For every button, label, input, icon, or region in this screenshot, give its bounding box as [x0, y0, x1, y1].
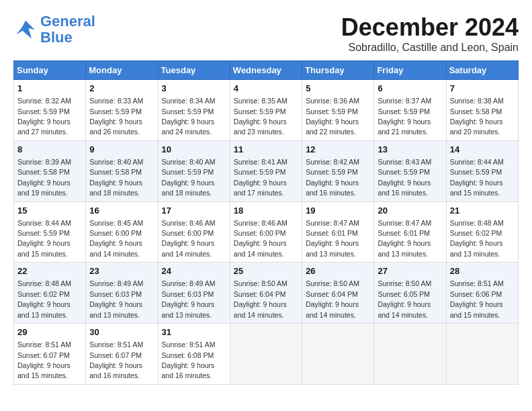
day-number: 18	[234, 205, 298, 217]
calendar-cell: 12 Sunrise: 8:42 AMSunset: 5:59 PMDaylig…	[302, 140, 374, 201]
calendar-cell: 7 Sunrise: 8:38 AMSunset: 5:58 PMDayligh…	[446, 80, 518, 141]
day-number: 28	[450, 265, 515, 277]
calendar-cell: 20 Sunrise: 8:47 AMSunset: 6:01 PMDaylig…	[374, 201, 446, 263]
day-number: 27	[378, 265, 442, 277]
day-info: Sunrise: 8:51 AMSunset: 6:08 PMDaylight:…	[162, 340, 216, 379]
day-info: Sunrise: 8:48 AMSunset: 6:02 PMDaylight:…	[450, 219, 504, 258]
day-info: Sunrise: 8:33 AMSunset: 5:59 PMDaylight:…	[89, 97, 143, 136]
calendar-cell: 5 Sunrise: 8:36 AMSunset: 5:59 PMDayligh…	[302, 80, 374, 141]
calendar-cell: 2 Sunrise: 8:33 AMSunset: 5:59 PMDayligh…	[86, 80, 158, 141]
day-number: 12	[306, 144, 370, 156]
calendar-header-thursday: Thursday	[302, 61, 374, 80]
calendar-cell: 18 Sunrise: 8:46 AMSunset: 6:00 PMDaylig…	[230, 201, 302, 263]
calendar-cell: 10 Sunrise: 8:40 AMSunset: 5:59 PMDaylig…	[158, 140, 230, 201]
day-info: Sunrise: 8:50 AMSunset: 6:04 PMDaylight:…	[306, 279, 359, 318]
calendar-cell: 13 Sunrise: 8:43 AMSunset: 5:59 PMDaylig…	[374, 140, 446, 201]
day-number: 30	[89, 326, 154, 338]
day-info: Sunrise: 8:38 AMSunset: 5:58 PMDaylight:…	[450, 97, 504, 136]
day-info: Sunrise: 8:32 AMSunset: 5:59 PMDaylight:…	[17, 97, 71, 136]
day-info: Sunrise: 8:36 AMSunset: 5:59 PMDaylight:…	[306, 97, 359, 136]
calendar-cell: 29 Sunrise: 8:51 AMSunset: 6:07 PMDaylig…	[14, 324, 86, 385]
day-number: 23	[89, 265, 154, 277]
calendar-cell: 8 Sunrise: 8:39 AMSunset: 5:58 PMDayligh…	[14, 140, 86, 201]
calendar-cell	[374, 324, 446, 385]
calendar-cell: 30 Sunrise: 8:51 AMSunset: 6:07 PMDaylig…	[86, 324, 158, 385]
calendar-cell: 27 Sunrise: 8:50 AMSunset: 6:05 PMDaylig…	[374, 263, 446, 324]
calendar-cell: 1 Sunrise: 8:32 AMSunset: 5:59 PMDayligh…	[14, 80, 86, 141]
day-info: Sunrise: 8:42 AMSunset: 5:59 PMDaylight:…	[306, 158, 359, 197]
calendar-week-row: 29 Sunrise: 8:51 AMSunset: 6:07 PMDaylig…	[14, 324, 519, 385]
calendar-cell: 6 Sunrise: 8:37 AMSunset: 5:59 PMDayligh…	[374, 80, 446, 141]
calendar-header-sunday: Sunday	[14, 61, 86, 80]
day-number: 1	[17, 83, 82, 95]
calendar-cell: 14 Sunrise: 8:44 AMSunset: 5:59 PMDaylig…	[446, 140, 518, 201]
day-info: Sunrise: 8:49 AMSunset: 6:03 PMDaylight:…	[162, 279, 216, 318]
logo-text: GeneralBlue	[40, 13, 95, 46]
calendar-cell	[230, 324, 302, 385]
calendar-cell: 17 Sunrise: 8:46 AMSunset: 6:00 PMDaylig…	[158, 201, 230, 263]
calendar-header-wednesday: Wednesday	[230, 61, 302, 80]
day-info: Sunrise: 8:35 AMSunset: 5:59 PMDaylight:…	[234, 97, 287, 136]
day-number: 29	[17, 326, 82, 338]
month-title: December 2024	[341, 13, 519, 42]
day-number: 16	[89, 205, 154, 217]
day-number: 17	[162, 205, 226, 217]
day-number: 25	[234, 265, 298, 277]
day-number: 20	[378, 205, 442, 217]
day-info: Sunrise: 8:51 AMSunset: 6:07 PMDaylight:…	[17, 340, 71, 379]
logo-bird-icon	[13, 17, 38, 42]
day-number: 31	[162, 326, 226, 338]
day-number: 19	[306, 205, 370, 217]
day-info: Sunrise: 8:40 AMSunset: 5:59 PMDaylight:…	[162, 158, 216, 197]
day-info: Sunrise: 8:37 AMSunset: 5:59 PMDaylight:…	[378, 97, 431, 136]
day-info: Sunrise: 8:51 AMSunset: 6:07 PMDaylight:…	[89, 340, 143, 379]
day-info: Sunrise: 8:50 AMSunset: 6:05 PMDaylight:…	[378, 279, 431, 318]
calendar-table: SundayMondayTuesdayWednesdayThursdayFrid…	[13, 60, 519, 385]
day-number: 24	[162, 265, 226, 277]
calendar-header-row: SundayMondayTuesdayWednesdayThursdayFrid…	[14, 61, 519, 80]
calendar-cell: 4 Sunrise: 8:35 AMSunset: 5:59 PMDayligh…	[230, 80, 302, 141]
calendar-week-row: 1 Sunrise: 8:32 AMSunset: 5:59 PMDayligh…	[14, 80, 519, 141]
day-number: 3	[162, 83, 226, 95]
day-number: 8	[17, 144, 82, 156]
calendar-cell: 25 Sunrise: 8:50 AMSunset: 6:04 PMDaylig…	[230, 263, 302, 324]
day-number: 21	[450, 205, 515, 217]
svg-marker-0	[17, 21, 35, 39]
day-info: Sunrise: 8:43 AMSunset: 5:59 PMDaylight:…	[378, 158, 431, 197]
calendar-cell: 22 Sunrise: 8:48 AMSunset: 6:02 PMDaylig…	[14, 263, 86, 324]
calendar-cell: 26 Sunrise: 8:50 AMSunset: 6:04 PMDaylig…	[302, 263, 374, 324]
calendar-header-monday: Monday	[86, 61, 158, 80]
day-info: Sunrise: 8:39 AMSunset: 5:58 PMDaylight:…	[17, 158, 71, 197]
calendar-cell: 15 Sunrise: 8:44 AMSunset: 5:59 PMDaylig…	[14, 201, 86, 263]
day-info: Sunrise: 8:50 AMSunset: 6:04 PMDaylight:…	[234, 279, 287, 318]
day-number: 14	[450, 144, 515, 156]
calendar-cell	[446, 324, 518, 385]
day-number: 2	[89, 83, 154, 95]
calendar-header-saturday: Saturday	[446, 61, 518, 80]
calendar-header-tuesday: Tuesday	[158, 61, 230, 80]
calendar-week-row: 15 Sunrise: 8:44 AMSunset: 5:59 PMDaylig…	[14, 201, 519, 263]
day-info: Sunrise: 8:44 AMSunset: 5:59 PMDaylight:…	[17, 219, 71, 258]
day-number: 10	[162, 144, 226, 156]
title-block: December 2024 Sobradillo, Castille and L…	[341, 13, 519, 54]
day-info: Sunrise: 8:47 AMSunset: 6:01 PMDaylight:…	[306, 219, 359, 258]
day-number: 6	[378, 83, 442, 95]
day-info: Sunrise: 8:44 AMSunset: 5:59 PMDaylight:…	[450, 158, 504, 197]
day-info: Sunrise: 8:47 AMSunset: 6:01 PMDaylight:…	[378, 219, 431, 258]
day-info: Sunrise: 8:41 AMSunset: 5:59 PMDaylight:…	[234, 158, 287, 197]
day-number: 7	[450, 83, 515, 95]
calendar-cell: 9 Sunrise: 8:40 AMSunset: 5:58 PMDayligh…	[86, 140, 158, 201]
day-info: Sunrise: 8:46 AMSunset: 6:00 PMDaylight:…	[162, 219, 216, 258]
calendar-cell: 16 Sunrise: 8:45 AMSunset: 6:00 PMDaylig…	[86, 201, 158, 263]
calendar-cell: 21 Sunrise: 8:48 AMSunset: 6:02 PMDaylig…	[446, 201, 518, 263]
calendar-cell	[302, 324, 374, 385]
calendar-cell: 31 Sunrise: 8:51 AMSunset: 6:08 PMDaylig…	[158, 324, 230, 385]
day-number: 5	[306, 83, 370, 95]
day-number: 26	[306, 265, 370, 277]
calendar-cell: 19 Sunrise: 8:47 AMSunset: 6:01 PMDaylig…	[302, 201, 374, 263]
day-info: Sunrise: 8:46 AMSunset: 6:00 PMDaylight:…	[234, 219, 287, 258]
day-number: 11	[234, 144, 298, 156]
calendar-cell: 23 Sunrise: 8:49 AMSunset: 6:03 PMDaylig…	[86, 263, 158, 324]
calendar-week-row: 8 Sunrise: 8:39 AMSunset: 5:58 PMDayligh…	[14, 140, 519, 201]
day-number: 22	[17, 265, 82, 277]
